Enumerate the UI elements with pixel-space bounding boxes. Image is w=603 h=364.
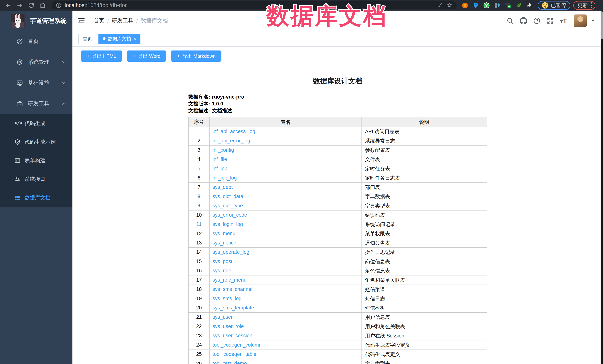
breadcrumb: 首页 / 研发工具 / 数据库文档 [94, 17, 168, 24]
table-name-link[interactable]: sys_sms_channel [212, 287, 253, 292]
table-name-link[interactable]: sys_dict_data [212, 194, 243, 199]
table-row: 8 sys_dict_data 字典数据表 [188, 192, 487, 201]
table-name-link[interactable]: sys_error_code [212, 212, 247, 218]
table-name-link[interactable]: sys_notice [212, 240, 236, 246]
extension-orange-icon[interactable] [462, 2, 468, 9]
scrollbar[interactable] [601, 11, 603, 364]
sidebar-item-infra[interactable]: 基础设施 [0, 73, 72, 93]
fullscreen-icon[interactable] [546, 17, 554, 24]
scrollbar-thumb[interactable] [601, 11, 603, 39]
caret-down-icon[interactable] [591, 18, 596, 23]
table-name-link[interactable]: sys_operate_log [212, 249, 249, 255]
app-logo-row[interactable]: 芋道管理系统 [0, 11, 72, 31]
table-name-link[interactable]: sys_login_log [212, 221, 243, 227]
extension-gem-icon[interactable] [494, 2, 500, 9]
row-description: 角色信息表 [362, 266, 487, 276]
password-key-icon[interactable] [437, 2, 443, 8]
sidebar: 芋道管理系统 首页 系统管理 基础设施 [0, 11, 72, 364]
url-text: localhost:1024/tool/db-doc [65, 2, 128, 8]
sidebar-item-system[interactable]: 系统管理 [0, 52, 72, 73]
row-index: 18 [188, 285, 209, 294]
sidebar-item-db-doc[interactable]: 数据库文档 [0, 188, 72, 207]
export-html-button[interactable]: + 导出 HTML [81, 51, 122, 62]
app-title: 芋道管理系统 [30, 17, 67, 25]
forward-icon[interactable] [16, 2, 23, 9]
sidebar-item-devtools[interactable]: 研发工具 [0, 93, 72, 114]
table-name-link[interactable]: inf_job_log [212, 175, 237, 181]
table-name-link[interactable]: sys_sms_template [212, 305, 254, 310]
row-description: 字典类型表 [362, 201, 487, 210]
sidebar-item-codegen[interactable]: </> 代码生成 [0, 114, 72, 133]
table-row: 24 tool_codegen_column 代码生成表字段定义 [188, 341, 487, 350]
table-name-link[interactable]: sys_menu [212, 231, 235, 236]
font-size-icon[interactable]: TT [560, 17, 567, 24]
plus-icon: + [133, 53, 136, 59]
browser-toolbar: localhost:1024/tool/db-doc on [0, 0, 603, 11]
code-icon: </> [14, 121, 20, 126]
plus-icon: + [87, 53, 90, 59]
sidebar-collapse-icon[interactable] [78, 18, 85, 24]
sidebar-item-codegen-example[interactable]: 代码生成示例 [0, 133, 72, 151]
table-row: 11 sys_login_log 系统访问记录 [188, 220, 487, 229]
table-name-link[interactable]: sys_role_menu [212, 277, 246, 283]
table-row: 18 sys_sms_channel 短信渠道 [188, 285, 487, 294]
browser-menu-icon[interactable] [591, 2, 592, 8]
extension-pin-icon[interactable] [473, 2, 479, 9]
search-icon[interactable] [506, 17, 514, 24]
toolbox-icon [16, 100, 23, 107]
help-icon[interactable] [533, 17, 541, 24]
extension-green-circle-icon[interactable] [483, 2, 490, 9]
home-icon[interactable] [39, 2, 46, 9]
table-name-link[interactable]: inf_api_error_log [212, 138, 250, 143]
tag-db-doc[interactable]: 数据库文档 × [98, 34, 140, 44]
table-name-link[interactable]: sys_dept [212, 184, 232, 190]
row-description: 通知公告表 [362, 238, 487, 248]
table-name-link[interactable]: inf_file [212, 156, 227, 162]
col-header-index: 序号 [188, 117, 209, 127]
table-name-link[interactable]: sys_post [212, 259, 232, 264]
site-info-icon[interactable] [56, 2, 62, 8]
table-name-link[interactable]: tool_codegen_column [212, 342, 262, 348]
sidebar-item-form-builder[interactable]: 表单构建 [0, 151, 72, 170]
back-icon[interactable] [5, 2, 12, 9]
row-index: 7 [188, 183, 209, 192]
table-row: 13 sys_notice 通知公告表 [188, 238, 487, 248]
extension-puzzle-icon[interactable] [526, 2, 533, 9]
table-name-link[interactable]: inf_job [212, 166, 227, 171]
table-row: 3 inf_config 参数配置表 [188, 145, 487, 155]
row-description: 用户信息表 [362, 313, 487, 322]
row-description: 参数配置表 [362, 145, 487, 155]
extension-list-on-icon[interactable]: on [505, 2, 511, 9]
table-name-link[interactable]: sys_user [212, 314, 232, 320]
table-name-link[interactable]: sys_dict_type [212, 203, 243, 209]
table-name-link[interactable]: inf_config [212, 147, 234, 153]
sidebar-item-home[interactable]: 首页 [0, 31, 72, 52]
table-name-link[interactable]: sys_role [212, 268, 231, 273]
bookmark-star-icon[interactable] [447, 2, 452, 8]
reload-icon[interactable] [28, 2, 35, 9]
row-description: 短信模板 [362, 303, 487, 313]
export-markdown-button[interactable]: + 导出 Markdown [171, 51, 221, 62]
extension-leaf-icon[interactable] [516, 2, 522, 9]
tag-home[interactable]: 首页 [78, 34, 96, 44]
table-name-link[interactable]: inf_api_access_log [212, 129, 255, 134]
export-word-button[interactable]: + 导出 Word [127, 51, 166, 62]
table-name-link[interactable]: sys_sms_log [212, 296, 242, 301]
table-name-link[interactable]: sys_user_role [212, 323, 244, 329]
extension-paused-badge[interactable]: 已暂停 [538, 1, 570, 10]
chevron-down-icon [61, 60, 66, 65]
row-description: 部门表 [362, 183, 487, 192]
github-icon[interactable] [520, 17, 527, 24]
close-icon[interactable]: × [134, 36, 136, 41]
sidebar-item-api[interactable]: 系统接口 [0, 170, 72, 188]
table-name-link[interactable]: sys_user_session [212, 333, 253, 338]
table-name-link[interactable]: tool_codegen_table [212, 351, 256, 357]
row-index: 3 [188, 145, 209, 155]
user-avatar[interactable] [574, 14, 587, 27]
breadcrumb-home[interactable]: 首页 [94, 17, 104, 24]
row-index: 12 [188, 229, 209, 238]
browser-update-button[interactable]: 更新 [573, 1, 595, 10]
table-name-link[interactable]: tool_test_demo [212, 361, 247, 364]
address-bar[interactable]: localhost:1024/tool/db-doc [52, 1, 457, 9]
table-row: 25 tool_codegen_table 代码生成表定义 [188, 350, 487, 359]
